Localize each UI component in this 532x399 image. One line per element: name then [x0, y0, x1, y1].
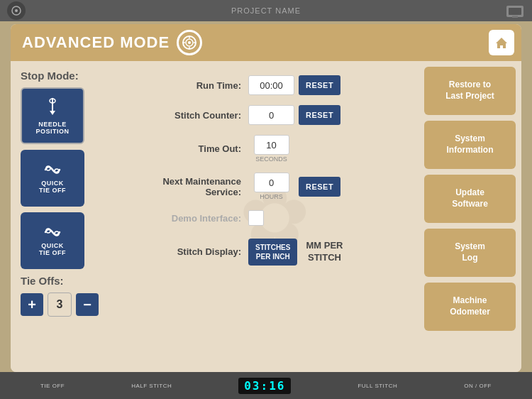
run-time-row: Run Time: RESET [138, 75, 411, 95]
system-information-button[interactable]: SystemInformation [424, 121, 516, 169]
quick-tie-off-label-2: QUICKTIE OFF [39, 242, 66, 256]
right-sidebar: Restore toLast Project SystemInformation… [419, 61, 521, 372]
demo-row: Demo Interface: [138, 210, 411, 226]
time-out-label: Time Out: [138, 143, 248, 154]
demo-label: Demo Interface: [138, 213, 248, 224]
project-name: PROJECT NAME [231, 6, 301, 15]
time-out-sublabel: SECONDS [248, 155, 294, 163]
stitch-display-label: Stitch Display: [138, 246, 248, 257]
run-time-input[interactable] [248, 75, 294, 95]
target-icon [177, 30, 202, 55]
main-panel: ADVANCED MODE Stop Mode: [11, 24, 521, 372]
needle-position-button[interactable]: NEEDLEPOSITION [21, 87, 84, 144]
stop-mode-label: Stop Mode: [21, 70, 121, 82]
stitch-counter-reset-button[interactable]: RESET [299, 105, 340, 125]
restore-last-project-button[interactable]: Restore toLast Project [424, 67, 516, 115]
panel-body: Stop Mode: NEEDLEPOSITION QUICKTIE OFF [11, 61, 521, 372]
tie-offs-controls: + 3 − [21, 293, 121, 317]
panel-title: ADVANCED MODE [22, 33, 170, 52]
bottom-half-stitch: HALF STITCH [131, 383, 172, 389]
bottom-bar: TIE OFF HALF STITCH 03:16 FULL STITCH ON… [0, 372, 532, 399]
panel-header: ADVANCED MODE [11, 24, 521, 61]
logo-icon [7, 1, 26, 20]
bottom-on-off: ON / OFF [464, 383, 492, 389]
maintenance-reset-button[interactable]: RESET [299, 177, 340, 197]
stitch-counter-input[interactable] [248, 105, 294, 125]
quick-tie-off-button-1[interactable]: QUICKTIE OFF [21, 150, 84, 207]
mm-per-stitch-button[interactable]: MM PERSTITCH [303, 236, 345, 268]
maintenance-input[interactable] [254, 173, 289, 192]
stitch-display-row: Stitch Display: STITCHESPER INCH MM PERS… [138, 236, 411, 268]
tie-offs-label: Tie Offs: [21, 275, 121, 287]
quick-tie-off-button-2[interactable]: QUICKTIE OFF [21, 212, 84, 269]
top-right-icon [505, 3, 525, 23]
home-button[interactable] [489, 30, 514, 55]
needle-position-label: NEEDLEPOSITION [35, 121, 69, 135]
update-software-button[interactable]: UpdateSoftware [424, 175, 516, 223]
svg-rect-3 [509, 8, 521, 15]
maintenance-label: Next Maintenance Service: [138, 176, 248, 197]
svg-rect-4 [512, 16, 518, 18]
tie-offs-minus-button[interactable]: − [76, 293, 99, 316]
stitch-counter-label: Stitch Counter: [138, 110, 248, 121]
time-out-row: Time Out: SECONDS [138, 135, 411, 163]
maintenance-input-wrap: HOURS [248, 173, 294, 200]
time-out-input-wrap: SECONDS [248, 135, 294, 163]
top-bar: PROJECT NAME [0, 0, 532, 21]
bottom-full-stitch: FULL STITCH [358, 383, 397, 389]
svg-marker-14 [50, 111, 55, 115]
demo-checkbox[interactable] [248, 210, 264, 226]
svg-marker-12 [496, 38, 507, 48]
machine-odometer-button[interactable]: MachineOdometer [424, 283, 516, 331]
run-time-reset-button[interactable]: RESET [299, 75, 340, 95]
time-out-input[interactable] [254, 135, 289, 155]
run-time-label: Run Time: [138, 80, 248, 91]
tie-offs-plus-button[interactable]: + [21, 293, 43, 316]
maintenance-sublabel: HOURS [248, 193, 294, 200]
tie-offs-count: 3 [48, 293, 72, 317]
quick-tie-off-label-1: QUICKTIE OFF [39, 180, 66, 194]
maintenance-row: Next Maintenance Service: HOURS RESET [138, 173, 411, 200]
stitches-per-inch-button[interactable]: STITCHESPER INCH [248, 239, 297, 266]
bottom-tie-off: TIE OFF [40, 383, 65, 389]
left-sidebar: Stop Mode: NEEDLEPOSITION QUICKTIE OFF [11, 61, 131, 372]
stitch-counter-row: Stitch Counter: RESET [138, 105, 411, 125]
svg-point-1 [15, 9, 18, 12]
svg-point-7 [188, 41, 191, 44]
time-display: 03:16 [238, 378, 291, 394]
system-log-button[interactable]: SystemLog [424, 229, 516, 277]
center-content: ✿ Run Time: RESET Stitch Counter: RESET … [131, 61, 419, 372]
